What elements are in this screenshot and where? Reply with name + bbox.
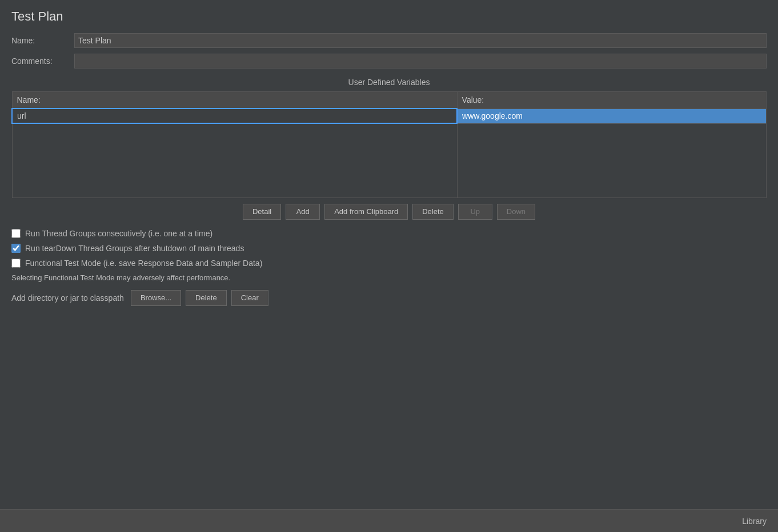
clear-button[interactable]: Clear bbox=[231, 290, 268, 306]
run-teardown-checkbox[interactable] bbox=[11, 244, 21, 253]
run-thread-groups-row: Run Thread Groups consecutively (i.e. on… bbox=[11, 229, 767, 238]
variable-value-cell: www.google.com bbox=[457, 108, 766, 123]
name-label: Name: bbox=[11, 36, 74, 45]
variables-section-title: User Defined Variables bbox=[11, 78, 767, 87]
run-thread-groups-label[interactable]: Run Thread Groups consecutively (i.e. on… bbox=[25, 229, 212, 238]
detail-button[interactable]: Detail bbox=[243, 204, 281, 220]
up-button[interactable]: Up bbox=[458, 204, 492, 220]
table-empty-row bbox=[12, 123, 767, 198]
name-row: Name: bbox=[11, 33, 767, 48]
action-buttons-row: Detail Add Add from Clipboard Delete Up … bbox=[11, 204, 767, 220]
browse-button[interactable]: Browse... bbox=[131, 290, 181, 306]
variables-table: Name: Value: urlwww.google.com bbox=[11, 91, 767, 198]
comments-input[interactable] bbox=[74, 54, 767, 68]
bottom-bar: Library bbox=[0, 509, 778, 532]
comments-label: Comments: bbox=[11, 57, 74, 66]
classpath-label: Add directory or jar to classpath bbox=[11, 293, 124, 303]
comments-row: Comments: bbox=[11, 54, 767, 68]
col-value-header: Value: bbox=[457, 92, 766, 109]
classpath-delete-button[interactable]: Delete bbox=[186, 290, 227, 306]
library-label: Library bbox=[742, 517, 767, 526]
functional-test-note: Selecting Functional Test Mode may adver… bbox=[11, 273, 767, 282]
col-name-header: Name: bbox=[12, 92, 457, 109]
functional-test-row: Functional Test Mode (i.e. save Response… bbox=[11, 259, 767, 268]
classpath-row: Add directory or jar to classpath Browse… bbox=[11, 290, 767, 306]
functional-test-label[interactable]: Functional Test Mode (i.e. save Response… bbox=[25, 259, 262, 268]
name-input[interactable] bbox=[74, 33, 767, 48]
functional-test-checkbox[interactable] bbox=[11, 259, 21, 268]
table-row[interactable]: urlwww.google.com bbox=[12, 108, 767, 123]
run-teardown-row: Run tearDown Thread Groups after shutdow… bbox=[11, 244, 767, 253]
variable-name-cell: url bbox=[12, 108, 457, 123]
add-button[interactable]: Add bbox=[286, 204, 320, 220]
run-teardown-label[interactable]: Run tearDown Thread Groups after shutdow… bbox=[25, 244, 244, 253]
page-title: Test Plan bbox=[11, 9, 767, 24]
delete-button[interactable]: Delete bbox=[412, 204, 454, 220]
variables-table-wrapper: Name: Value: urlwww.google.com bbox=[11, 91, 767, 198]
down-button[interactable]: Down bbox=[497, 204, 535, 220]
run-thread-groups-checkbox[interactable] bbox=[11, 229, 21, 238]
add-from-clipboard-button[interactable]: Add from Clipboard bbox=[324, 204, 408, 220]
